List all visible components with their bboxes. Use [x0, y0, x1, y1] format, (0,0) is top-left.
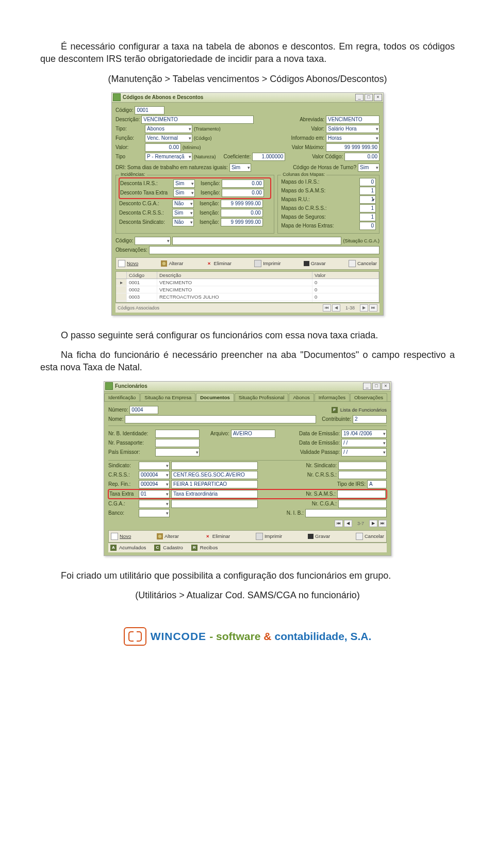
- input-ncrss[interactable]: [338, 471, 387, 479]
- nav-next-icon[interactable]: ▶: [360, 304, 368, 312]
- close-icon[interactable]: ×: [374, 94, 382, 101]
- input-numero[interactable]: 0004: [129, 406, 158, 414]
- imprimir-button[interactable]: Imprimir: [254, 260, 280, 267]
- select-tipo2[interactable]: P - Remuneraçã: [145, 153, 192, 161]
- table-row[interactable]: 0003RECTROACTIVOS JULHO0: [116, 293, 379, 301]
- input-repfin-desc[interactable]: FEIRA 1 REPARTICAO: [171, 480, 258, 488]
- input-vcod[interactable]: 0.00: [344, 153, 380, 161]
- tab-observacoes[interactable]: Observações: [350, 393, 387, 401]
- input-valor-min[interactable]: 0.00: [145, 143, 181, 152]
- alterar-button[interactable]: Alterar: [161, 260, 183, 267]
- cancelar-button[interactable]: Cancelar: [349, 260, 377, 267]
- select-tipo[interactable]: Abonos: [145, 125, 192, 133]
- input-coef[interactable]: 1.000000: [252, 153, 285, 161]
- input-nsams[interactable]: [337, 490, 386, 498]
- input-pass[interactable]: [155, 439, 200, 447]
- tab-situacao-empresa[interactable]: Situação na Empresa: [140, 393, 195, 401]
- input-crss-desc[interactable]: CENT.REG.SEG.SOC.AVEIRO: [171, 471, 258, 479]
- input-mapa-irs[interactable]: 0: [359, 178, 376, 186]
- legend-acumulados[interactable]: AAcumulados: [110, 545, 146, 551]
- nav-last-icon[interactable]: ⏭: [378, 520, 387, 527]
- cancelar-button[interactable]: Cancelar: [356, 533, 384, 540]
- input-de1[interactable]: 19 /04 /2006: [341, 430, 387, 438]
- input-vmax[interactable]: 99 999 999.90: [326, 143, 380, 152]
- table-row[interactable]: [116, 301, 379, 302]
- nav-prev-icon[interactable]: ◀: [344, 520, 352, 527]
- input-bi[interactable]: [155, 430, 200, 438]
- table-row[interactable]: ▸0001VENCIMENTO0: [116, 279, 379, 286]
- select-irs[interactable]: Sim: [173, 179, 195, 188]
- select-dri[interactable]: Sim: [229, 163, 251, 172]
- gravar-button[interactable]: Gravar: [304, 260, 326, 266]
- novo-button[interactable]: Novo: [111, 533, 131, 540]
- select-repfin[interactable]: 000094: [139, 480, 170, 488]
- table-row[interactable]: 0002VENCIMENTO0: [116, 286, 379, 293]
- eliminar-button[interactable]: ×Eliminar: [206, 260, 232, 267]
- nav-first-icon[interactable]: ⏮: [335, 520, 343, 527]
- input-cga-desc[interactable]: [171, 500, 258, 508]
- input-arquivo[interactable]: AVEIRO: [231, 430, 275, 438]
- select-cga[interactable]: Não: [172, 200, 194, 208]
- input-nsind[interactable]: [338, 462, 387, 470]
- select-horasturno[interactable]: Sim: [358, 163, 380, 172]
- novo-button[interactable]: Novo: [118, 260, 138, 267]
- select-taxaex[interactable]: 01: [139, 490, 170, 498]
- select-sind[interactable]: Não: [172, 218, 194, 226]
- alterar-button[interactable]: Alterar: [157, 533, 179, 539]
- input-nome[interactable]: [125, 415, 316, 423]
- nav-prev-icon[interactable]: ◀: [332, 304, 340, 312]
- nav-first-icon[interactable]: ⏮: [323, 304, 331, 312]
- grid-header-valor[interactable]: Valor: [312, 272, 379, 279]
- tab-documentos[interactable]: Documentos: [196, 393, 234, 401]
- gravar-button[interactable]: Gravar: [308, 533, 330, 539]
- input-obs[interactable]: [149, 246, 380, 254]
- grid-header-descricao[interactable]: Descrição: [157, 272, 312, 279]
- eliminar-button[interactable]: ×Eliminar: [205, 533, 230, 539]
- input-mapa-seg[interactable]: 1: [359, 213, 376, 221]
- input-tipoirs[interactable]: A: [367, 480, 387, 488]
- input-nib[interactable]: [305, 509, 387, 517]
- input-descricao[interactable]: VENCIMENTO: [141, 116, 254, 124]
- select-mapa-ru[interactable]: 1: [359, 195, 376, 204]
- nav-last-icon[interactable]: ⏭: [369, 304, 377, 312]
- tab-informacoes[interactable]: Informações: [315, 393, 350, 401]
- minimize-icon[interactable]: _: [363, 383, 371, 390]
- tab-situacao-prof[interactable]: Situação Profissional: [235, 393, 289, 401]
- input-vpass[interactable]: / /: [341, 448, 387, 456]
- legend-recibos[interactable]: RRecibos: [191, 545, 218, 551]
- select-codigo-sit[interactable]: [135, 237, 171, 245]
- minimize-icon[interactable]: _: [355, 94, 364, 101]
- input-cga-isen[interactable]: 9 999 999.00: [221, 200, 263, 208]
- input-sindic-desc[interactable]: [171, 462, 258, 470]
- input-sind-isen[interactable]: 9 999 999.00: [221, 218, 263, 226]
- nav-next-icon[interactable]: ▶: [369, 520, 377, 527]
- input-taxa-isen[interactable]: 0.00: [222, 189, 264, 197]
- tab-identificacao[interactable]: Identificação: [104, 393, 140, 401]
- select-cga2[interactable]: [139, 500, 170, 508]
- legend-cadastro[interactable]: CCadastro: [154, 545, 183, 551]
- input-irs-isen[interactable]: 0.00: [222, 179, 264, 188]
- input-de2[interactable]: / /: [341, 439, 387, 447]
- input-mapa-he[interactable]: 0: [359, 222, 376, 230]
- input-crss-isen[interactable]: 0.00: [221, 209, 263, 217]
- input-sit-desc[interactable]: [172, 237, 341, 245]
- select-crss[interactable]: Sim: [172, 209, 194, 217]
- select-pemiss[interactable]: [155, 448, 200, 456]
- lista-funcionarios-button[interactable]: FLista de Funcionários: [332, 407, 387, 413]
- select-funcao[interactable]: Venc. Normal: [145, 134, 192, 142]
- select-crss[interactable]: 000004: [139, 471, 170, 479]
- select-informado[interactable]: Horas: [326, 134, 380, 142]
- input-mapa-crss[interactable]: 1: [359, 204, 376, 212]
- input-abreviada[interactable]: VENCIMENTO: [326, 116, 380, 124]
- select-sindic[interactable]: [139, 462, 170, 470]
- imprimir-button[interactable]: Imprimir: [256, 533, 282, 540]
- input-ncga[interactable]: [338, 500, 387, 508]
- select-valor[interactable]: Salário Hora: [326, 125, 380, 133]
- grid-header-codigo[interactable]: Código: [127, 272, 157, 279]
- select-banco[interactable]: [139, 509, 170, 517]
- input-taxaex-desc[interactable]: Taxa Extraordinária: [171, 490, 258, 498]
- input-mapa-sams[interactable]: 1: [359, 187, 376, 195]
- maximize-icon[interactable]: □: [372, 383, 381, 390]
- maximize-icon[interactable]: □: [365, 94, 373, 101]
- select-taxa-extra[interactable]: Sim: [173, 189, 195, 197]
